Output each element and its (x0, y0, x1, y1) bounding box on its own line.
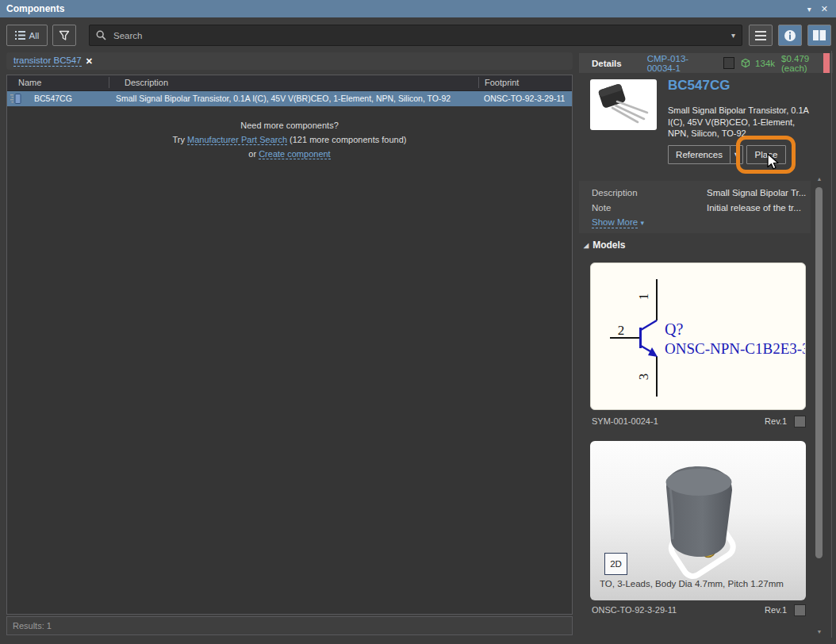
symbol-id: SYM-001-0024-1 (592, 416, 658, 426)
funnel-icon (59, 30, 70, 41)
list-icon (15, 31, 25, 40)
column-header-name[interactable]: Name (18, 78, 41, 87)
category-all-label: All (29, 31, 40, 40)
components-panel: Components ▾ ✕ All ▾ (0, 0, 836, 644)
details-scrollbar[interactable]: ▲ ▼ (814, 176, 825, 634)
filter-chip[interactable]: transistor BC547 (13, 56, 82, 67)
panel-layout-button[interactable] (807, 25, 831, 46)
panel-titlebar: Components ▾ ✕ (0, 0, 836, 17)
more-components-message: Need more components? Try Manufacturer P… (7, 118, 572, 161)
place-label: Place (755, 150, 778, 159)
cell-description: Small Signal Bipolar Transistor, 0.1A I(… (116, 94, 477, 103)
panel-edge-divider (831, 51, 832, 638)
property-label: Description (592, 188, 638, 197)
to92-3d-model (590, 441, 806, 600)
scroll-up-icon[interactable]: ▲ (814, 176, 825, 182)
component-title: BC547CG (668, 78, 730, 94)
results-count: Results: 1 (13, 621, 52, 631)
symbol-designator: Q? (665, 320, 683, 338)
details-toggle-button[interactable] (778, 25, 802, 46)
symbol-revision: Rev.1 (765, 416, 787, 426)
property-label: Note (592, 203, 611, 213)
create-component-link[interactable]: Create component (259, 149, 331, 159)
pin-number-2: 2 (618, 323, 625, 338)
columns-icon (812, 29, 826, 41)
symbol-name: ONSC-NPN-C1B2E3-3 (665, 340, 806, 357)
results-table: Name Description Footprint BC547CG Small… (6, 75, 573, 615)
panel-title: Components (0, 3, 64, 14)
schematic-symbol-preview[interactable]: 1 2 3 Q? ONSC-NPN-C1B2E3-3 (590, 263, 806, 410)
column-header-description[interactable]: Description (125, 78, 168, 87)
footprint-rev-checkbox[interactable] (794, 604, 806, 616)
supply-chain-cube-icon (741, 58, 750, 68)
search-icon (96, 30, 106, 40)
component-description: Small Signal Bipolar Transistor, 0.1A I(… (668, 105, 811, 140)
active-filter-bar: transistor BC547 ✕ (6, 52, 573, 70)
npn-symbol-drawing: 1 2 3 Q? ONSC-NPN-C1B2E3-3 (591, 263, 806, 410)
references-button[interactable]: References (668, 145, 731, 164)
models-section-header[interactable]: ◢ Models (584, 240, 626, 251)
component-photo-thumbnail[interactable] (590, 79, 657, 130)
results-statusbar: Results: 1 (6, 616, 573, 635)
panel-close-icon[interactable]: ✕ (821, 4, 828, 14)
hamburger-icon (755, 31, 766, 40)
property-row: Note Initial release of the tr... (592, 203, 611, 213)
panel-menu-arrow-icon[interactable]: ▾ (807, 5, 811, 13)
manufacturer-part-search-link[interactable]: Manufacturer Part Search (187, 135, 287, 145)
show-more-arrow-icon: ▾ (640, 219, 644, 227)
search-box[interactable]: ▾ (89, 25, 742, 46)
properties-box: Description Small Signal Bipolar Tr... N… (579, 181, 811, 233)
try-prefix: Try (173, 135, 185, 144)
lifecycle-checkbox[interactable] (723, 57, 734, 69)
symbol-rev-checkbox[interactable] (794, 416, 806, 427)
show-more-link[interactable]: Show More ▾ (592, 217, 644, 227)
transistor-photo (593, 82, 654, 127)
cell-footprint: ONSC-TO-92-3-29-11 (484, 94, 565, 103)
references-label: References (676, 150, 723, 159)
availability-bar (823, 53, 830, 73)
footprint-description: TO, 3-Leads, Body Dia 4.7mm, Pitch 1.27m… (600, 579, 784, 588)
details-label: Details (592, 59, 622, 68)
view-2d-button[interactable]: 2D (604, 553, 627, 575)
component-icon (10, 93, 22, 106)
footprint-3d-preview[interactable]: 2D TO, 3-Leads, Body Dia 4.7mm, Pitch 1.… (590, 441, 806, 600)
details-header: Details CMP-013-00034-1 134k $0.479 (eac… (579, 53, 833, 73)
filter-button[interactable] (52, 25, 76, 46)
symbol-caption-row: SYM-001-0024-1 Rev.1 (590, 416, 806, 428)
pin-number-3: 3 (636, 374, 651, 381)
filter-chip-remove-icon[interactable]: ✕ (86, 56, 93, 67)
property-value: Small Signal Bipolar Tr... (707, 188, 806, 197)
property-row: Description Small Signal Bipolar Tr... (592, 188, 638, 197)
footprint-revision: Rev.1 (765, 605, 787, 615)
more-components-heading: Need more components? (7, 118, 572, 132)
or-prefix: or (248, 149, 256, 159)
place-button[interactable]: Place (746, 145, 786, 164)
table-row[interactable]: BC547CG Small Signal Bipolar Transistor,… (7, 91, 572, 106)
column-header-footprint[interactable]: Footprint (485, 78, 519, 87)
mps-note: (121 more components found) (290, 135, 406, 144)
references-dropdown-button[interactable]: ▼ (730, 145, 743, 164)
table-header: Name Description Footprint (7, 75, 572, 91)
property-value: Initial release of the tr... (707, 203, 801, 213)
info-icon (784, 29, 796, 42)
footprint-id: ONSC-TO-92-3-29-11 (592, 605, 677, 615)
scroll-down-icon[interactable]: ▼ (814, 629, 825, 634)
panel-options-button[interactable] (749, 25, 773, 46)
stock-count: 134k (755, 59, 775, 68)
category-all-button[interactable]: All (6, 25, 48, 46)
models-heading: Models (592, 240, 625, 251)
show-more-label: Show More (592, 217, 638, 228)
component-id-link[interactable]: CMP-013-00034-1 (647, 54, 716, 73)
collapse-triangle-icon: ◢ (584, 242, 589, 249)
view-2d-label: 2D (610, 559, 622, 569)
search-input[interactable] (112, 30, 731, 41)
cell-name: BC547CG (34, 94, 72, 103)
pin-number-1: 1 (636, 293, 651, 301)
scrollbar-thumb[interactable] (815, 187, 823, 558)
chevron-down-icon: ▼ (733, 151, 740, 159)
footprint-caption-row: ONSC-TO-92-3-29-11 Rev.1 (590, 604, 806, 617)
search-dropdown-arrow-icon[interactable]: ▾ (731, 31, 735, 40)
